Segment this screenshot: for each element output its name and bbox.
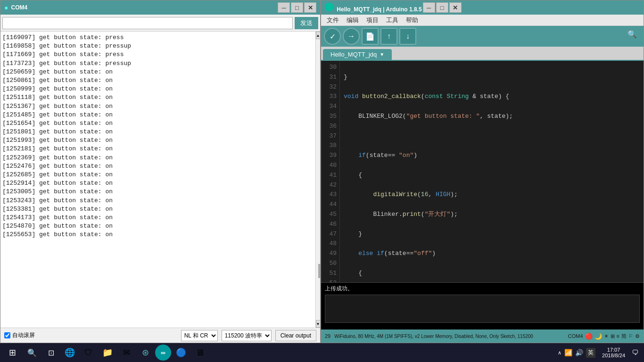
com4-output-line: [1254173] get button state: on	[2, 214, 314, 222]
start-button[interactable]: ⊞	[2, 345, 23, 360]
status-icon-6[interactable]: 简	[621, 333, 627, 340]
status-icon-3[interactable]: ☀	[604, 333, 609, 339]
line-num: 46	[324, 220, 337, 230]
line-num: 34	[324, 102, 337, 112]
tray-ime[interactable]: 英	[586, 348, 595, 358]
arduino-tabs: Hello_MQTT_jdq ▼	[321, 47, 644, 61]
com4-scrollbar[interactable]: ▲ ▼	[315, 32, 320, 328]
line-num: 39	[324, 151, 337, 161]
status-line-number: 29	[325, 333, 330, 339]
arduino-menubar: 文件 编辑 项目 工具 帮助	[321, 15, 644, 26]
taskbar-app1-icon[interactable]: ⊛	[136, 344, 154, 361]
line-num: 40	[324, 161, 337, 171]
clear-output-button[interactable]: Clear output	[275, 330, 316, 341]
com4-output-line: [1252369] get button state: on	[2, 154, 314, 162]
new-button[interactable]: 📄	[362, 28, 379, 45]
com4-window-controls: ─ □ ✕	[277, 2, 316, 13]
statusbar-right: COM4 🔴 🌙 ☀ ⊞ ≡ 简 ⚐ ⚙	[568, 333, 640, 340]
taskbar-shield-icon[interactable]: 🛡	[80, 344, 98, 361]
menu-help[interactable]: 帮助	[402, 15, 422, 25]
taskbar-folder-icon[interactable]: 📁	[99, 344, 116, 361]
status-icon-7[interactable]: ⚐	[628, 333, 633, 339]
line-num: 41	[324, 171, 337, 181]
line-num: 49	[324, 249, 337, 259]
line-num: 42	[324, 181, 337, 190]
tray-volume[interactable]: 🔊	[575, 349, 583, 356]
scroll-down-arrow[interactable]: ▼	[316, 320, 321, 328]
com4-output-line: [1251654] get button state: on	[2, 119, 314, 128]
tab-label: Hello_MQTT_jdq	[330, 51, 377, 58]
com4-toolbar: 发送	[0, 15, 320, 32]
code-text[interactable]: } void button2_callback(const String & s…	[340, 61, 644, 282]
line-num: 35	[324, 112, 337, 122]
open-button[interactable]: ↑	[380, 28, 397, 45]
scroll-thumb[interactable]	[318, 264, 321, 278]
taskbar-search-icon[interactable]: 🔍	[23, 344, 41, 361]
taskbar-mail-icon[interactable]: ✉	[117, 344, 135, 361]
save-button[interactable]: ↓	[399, 28, 416, 45]
console-upload-success: 上传成功。	[325, 285, 640, 293]
console-detail-area	[325, 295, 640, 323]
com4-titlebar: ● COM4 ─ □ ✕	[0, 0, 320, 15]
code-with-lines: 30 31 32 33 34 35 36 37 38 39 40 41 42 4…	[321, 61, 644, 282]
com4-output-line: [1255653] get button state: on	[2, 230, 314, 239]
arduino-console: 上传成功。	[321, 282, 644, 329]
menu-file[interactable]: 文件	[323, 15, 343, 25]
taskbar-app3-icon[interactable]: 🔵	[172, 344, 190, 361]
line-num: 31	[324, 73, 337, 82]
line-num: 36	[324, 122, 337, 132]
line-ending-select[interactable]: NL 和 CR	[181, 330, 218, 341]
com4-message-input[interactable]	[2, 17, 293, 29]
com4-output-line: [1251993] get button state: on	[2, 136, 314, 145]
line-num: 38	[324, 141, 337, 151]
scroll-up-arrow[interactable]: ▲	[316, 32, 321, 39]
baud-rate-select[interactable]: 115200 波特率	[222, 330, 272, 341]
com4-statusbar: 自动滚屏 NL 和 CR 115200 波特率 Clear output	[0, 328, 320, 343]
com4-output-line: [1169858] get button state: pressup	[2, 42, 314, 50]
taskbar-monitor-icon[interactable]: 🖥	[191, 344, 209, 361]
arduino-maximize-button[interactable]: □	[436, 2, 448, 13]
com4-output: [1169097] get button state: press[116985…	[0, 32, 315, 328]
com4-maximize-button[interactable]: □	[291, 2, 303, 13]
arduino-minimize-button[interactable]: ─	[423, 2, 435, 13]
taskbar-edge-icon[interactable]: 🌐	[61, 344, 79, 361]
arduino-tab-hello-mqtt[interactable]: Hello_MQTT_jdq ▼	[323, 49, 392, 60]
tab-dropdown-icon[interactable]: ▼	[380, 52, 384, 57]
com4-send-button[interactable]: 发送	[295, 17, 318, 29]
arduino-title-icon	[325, 3, 333, 11]
search-button[interactable]: 🔍	[627, 30, 641, 43]
line-numbers: 30 31 32 33 34 35 36 37 38 39 40 41 42 4…	[321, 61, 340, 282]
upload-button[interactable]: →	[343, 28, 360, 45]
auto-scroll-area: 自动滚屏	[4, 331, 177, 339]
arduino-window-controls: ─ □ ✕	[422, 2, 462, 13]
com4-output-line: [1169097] get button state: press	[2, 33, 314, 42]
com4-output-line: [1250861] get button state: on	[2, 76, 314, 85]
com4-output-line: [1252685] get button state: on	[2, 171, 314, 179]
auto-scroll-checkbox[interactable]	[4, 332, 10, 338]
status-icon-4[interactable]: ⊞	[611, 333, 615, 339]
menu-tools[interactable]: 工具	[382, 15, 402, 25]
status-icon-5[interactable]: ≡	[617, 333, 619, 339]
taskbar-arduino-icon[interactable]: ∞	[155, 345, 171, 361]
taskbar-task-view[interactable]: ⊡	[42, 344, 60, 361]
arduino-title-area: Hello_MQTT_jdq | Arduino 1.8.5	[325, 3, 422, 13]
taskbar-clock[interactable]: 17:07 2018/8/24	[598, 347, 629, 358]
status-icon-8[interactable]: ⚙	[635, 333, 640, 339]
line-num: 47	[324, 230, 337, 239]
arduino-titlebar: Hello_MQTT_jdq | Arduino 1.8.5 ─ □ ✕	[321, 0, 644, 15]
com4-close-button[interactable]: ✕	[304, 2, 316, 13]
com4-output-line: [1250999] get button state: on	[2, 85, 314, 93]
com4-circle-icon: ●	[4, 4, 8, 11]
tray-notification[interactable]: 🗨	[632, 349, 638, 356]
verify-button[interactable]: ✓	[324, 28, 341, 45]
code-container: 30 31 32 33 34 35 36 37 38 39 40 41 42 4…	[321, 61, 644, 282]
tray-chevron[interactable]: ∧	[558, 350, 561, 356]
status-icon-2[interactable]: 🌙	[594, 333, 602, 340]
menu-edit[interactable]: 编辑	[343, 15, 363, 25]
arduino-close-button[interactable]: ✕	[449, 2, 462, 13]
menu-project[interactable]: 项目	[363, 15, 382, 25]
line-num: 37	[324, 132, 337, 141]
status-icon-1[interactable]: 🔴	[585, 333, 593, 340]
com4-minimize-button[interactable]: ─	[278, 2, 290, 13]
tray-network[interactable]: 📶	[564, 349, 572, 356]
